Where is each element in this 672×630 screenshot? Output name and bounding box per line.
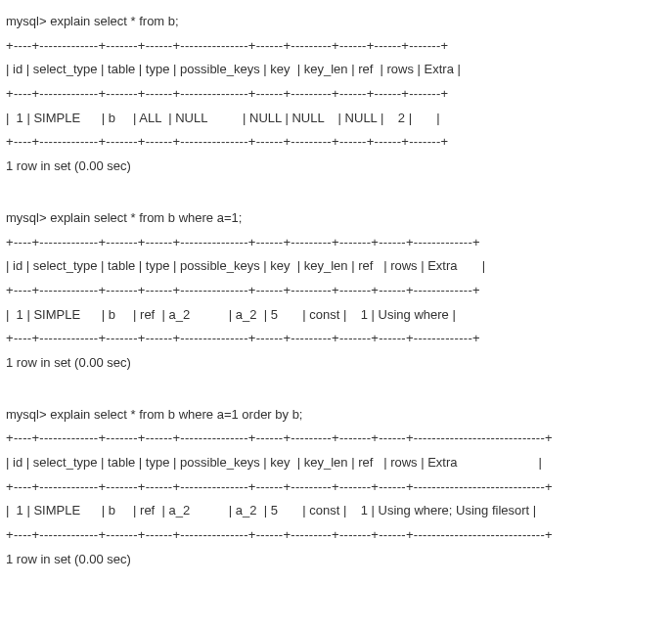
- table-separator: +----+-------------+-------+------+-----…: [6, 231, 666, 255]
- query-block-3: mysql> explain select * from b where a=1…: [6, 403, 666, 572]
- result-footer: 1 row in set (0.00 sec): [6, 548, 666, 572]
- table-header: | id | select_type | table | type | poss…: [6, 254, 666, 279]
- result-footer: 1 row in set (0.00 sec): [6, 351, 666, 376]
- table-separator: +----+-------------+-------+------+-----…: [6, 130, 666, 155]
- query-block-1: mysql> explain select * from b; +----+--…: [6, 10, 666, 179]
- query-block-2: mysql> explain select * from b where a=1…: [6, 206, 666, 376]
- table-header: | id | select_type | table | type | poss…: [6, 451, 666, 475]
- sql-prompt: mysql> explain select * from b where a=1…: [6, 403, 666, 428]
- table-separator: +----+-------------+-------+------+-----…: [6, 34, 666, 59]
- result-footer: 1 row in set (0.00 sec): [6, 155, 666, 179]
- sql-prompt: mysql> explain select * from b;: [6, 10, 666, 34]
- table-separator: +----+-------------+-------+------+-----…: [6, 523, 666, 548]
- table-separator: +----+-------------+-------+------+-----…: [6, 82, 666, 107]
- sql-prompt: mysql> explain select * from b where a=1…: [6, 206, 666, 231]
- table-row: | 1 | SIMPLE | b | ALL | NULL | NULL | N…: [6, 107, 666, 131]
- table-separator: +----+-------------+-------+------+-----…: [6, 327, 666, 351]
- table-separator: +----+-------------+-------+------+-----…: [6, 279, 666, 303]
- table-header: | id | select_type | table | type | poss…: [6, 58, 666, 82]
- table-row: | 1 | SIMPLE | b | ref | a_2 | a_2 | 5 |…: [6, 303, 666, 328]
- table-separator: +----+-------------+-------+------+-----…: [6, 475, 666, 500]
- table-row: | 1 | SIMPLE | b | ref | a_2 | a_2 | 5 |…: [6, 499, 666, 523]
- table-separator: +----+-------------+-------+------+-----…: [6, 427, 666, 451]
